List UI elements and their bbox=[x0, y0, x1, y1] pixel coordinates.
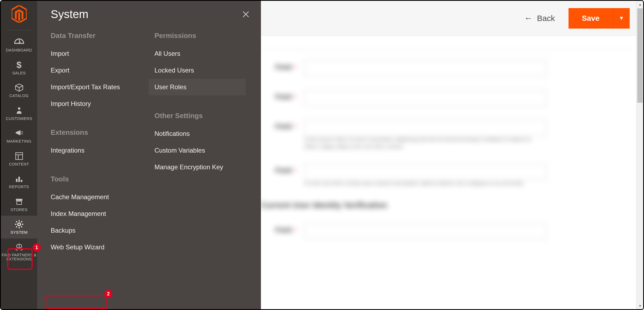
package-icon bbox=[14, 242, 25, 252]
back-button[interactable]: ← Back bbox=[524, 13, 555, 23]
flyout-link-custom-variables[interactable]: Custom Variables bbox=[149, 142, 246, 159]
sidebar-separator bbox=[8, 30, 31, 30]
svg-rect-8 bbox=[17, 201, 22, 204]
sidebar-item-find-partners[interactable]: FIND PARTNERS & EXTENSIONS bbox=[1, 239, 37, 265]
flyout-group-title: Permissions bbox=[154, 32, 258, 40]
sidebar-item-label: STORES bbox=[11, 208, 27, 212]
sidebar-item-customers[interactable]: CUSTOMERS bbox=[1, 102, 37, 125]
svg-rect-6 bbox=[18, 177, 20, 182]
flyout-link-web-setup-wizard[interactable]: Web Setup Wizard bbox=[45, 239, 142, 256]
svg-rect-2 bbox=[16, 153, 23, 160]
megaphone-icon bbox=[14, 128, 25, 138]
arrow-left-icon: ← bbox=[524, 13, 533, 23]
svg-point-9 bbox=[18, 223, 20, 226]
flyout-link-all-users[interactable]: All Users bbox=[149, 45, 246, 62]
flyout-group-extensions: Extensions Integrations bbox=[51, 128, 154, 159]
flyout-link-cache-management[interactable]: Cache Management bbox=[45, 189, 142, 205]
flyout-group-data-transfer: Data Transfer Import Export Import/Expor… bbox=[51, 32, 154, 112]
sidebar-item-label: SALES bbox=[12, 71, 26, 75]
scroll-down-arrow-icon[interactable]: ▾ bbox=[636, 302, 643, 309]
flyout-link-locked-users[interactable]: Locked Users bbox=[149, 62, 246, 79]
flyout-group-tools: Tools Cache Management Index Management … bbox=[51, 175, 154, 256]
sidebar-item-sales[interactable]: $ SALES bbox=[1, 56, 37, 79]
sidebar-item-label: CUSTOMERS bbox=[6, 116, 32, 121]
scrollbar-thumb[interactable] bbox=[637, 8, 643, 103]
sidebar-item-label: FIND PARTNERS & EXTENSIONS bbox=[1, 253, 37, 261]
person-icon bbox=[14, 106, 25, 115]
flyout-link-import-history[interactable]: Import History bbox=[45, 95, 142, 112]
svg-point-0 bbox=[18, 42, 20, 44]
sidebar-item-dashboard[interactable]: DASHBOARD bbox=[1, 33, 37, 56]
svg-line-16 bbox=[16, 226, 17, 227]
flyout-column-left: Data Transfer Import Export Import/Expor… bbox=[51, 32, 154, 256]
storefront-icon bbox=[14, 197, 25, 206]
back-button-label: Back bbox=[537, 14, 555, 23]
flyout-group-title: Other Settings bbox=[154, 112, 258, 120]
bar-chart-icon bbox=[14, 174, 25, 184]
dashboard-gauge-icon bbox=[14, 37, 25, 47]
flyout-link-index-management[interactable]: Index Management bbox=[45, 205, 142, 222]
dollar-icon: $ bbox=[14, 60, 25, 70]
svg-line-15 bbox=[21, 226, 22, 227]
flyout-link-notifications[interactable]: Notifications bbox=[149, 125, 246, 142]
magento-logo-icon bbox=[12, 5, 27, 23]
svg-point-1 bbox=[18, 107, 20, 110]
flyout-group-title: Tools bbox=[51, 175, 154, 183]
flyout-link-import[interactable]: Import bbox=[45, 45, 142, 62]
save-button[interactable]: Save bbox=[569, 8, 613, 29]
sidebar-item-stores[interactable]: STORES bbox=[1, 193, 37, 216]
svg-line-17 bbox=[21, 221, 22, 222]
sidebar-item-label: CONTENT bbox=[9, 162, 29, 167]
layout-icon bbox=[14, 151, 25, 161]
flyout-group-other-settings: Other Settings Notifications Custom Vari… bbox=[154, 112, 258, 175]
flyout-link-backups[interactable]: Backups bbox=[45, 222, 142, 239]
flyout-group-title: Extensions bbox=[51, 128, 154, 137]
flyout-link-import-export-tax-rates[interactable]: Import/Export Tax Rates bbox=[45, 79, 142, 95]
sidebar-item-content[interactable]: CONTENT bbox=[1, 147, 37, 170]
admin-sidebar: DASHBOARD $ SALES CATALOG CUSTOMERS MARK… bbox=[1, 1, 37, 309]
flyout-link-user-roles[interactable]: User Roles bbox=[149, 79, 246, 95]
sidebar-item-label: CATALOG bbox=[9, 94, 29, 98]
sidebar-item-label: SYSTEM bbox=[11, 230, 27, 235]
svg-rect-5 bbox=[16, 179, 18, 182]
save-button-group: Save ▼ bbox=[569, 8, 630, 29]
svg-rect-7 bbox=[21, 180, 22, 182]
sidebar-item-label: MARKETING bbox=[7, 139, 32, 144]
gear-icon bbox=[14, 219, 25, 229]
blurred-form-background: Field Field FieldLorem ipsum dolor sit a… bbox=[261, 39, 632, 309]
sidebar-item-system[interactable]: SYSTEM bbox=[1, 216, 37, 239]
sidebar-item-reports[interactable]: REPORTS bbox=[1, 170, 37, 193]
flyout-title: System bbox=[51, 8, 258, 21]
sidebar-item-catalog[interactable]: CATALOG bbox=[1, 79, 37, 102]
flyout-link-export[interactable]: Export bbox=[45, 62, 142, 79]
system-flyout-panel: System Data Transfer Import Export Impor… bbox=[37, 1, 261, 309]
flyout-group-title: Data Transfer bbox=[51, 32, 154, 40]
sidebar-item-label: REPORTS bbox=[9, 185, 29, 189]
flyout-column-right: Permissions All Users Locked Users User … bbox=[154, 32, 258, 256]
vertical-scrollbar[interactable]: ▴ ▾ bbox=[636, 1, 643, 309]
triangle-down-icon: ▼ bbox=[619, 15, 624, 21]
save-dropdown-toggle[interactable]: ▼ bbox=[613, 8, 630, 29]
sidebar-item-label: DASHBOARD bbox=[6, 48, 32, 53]
svg-line-14 bbox=[16, 221, 17, 222]
cube-icon bbox=[14, 83, 25, 92]
scroll-up-arrow-icon[interactable]: ▴ bbox=[636, 1, 643, 8]
close-icon[interactable] bbox=[240, 9, 251, 20]
flyout-group-permissions: Permissions All Users Locked Users User … bbox=[154, 32, 258, 95]
sidebar-item-marketing[interactable]: MARKETING bbox=[1, 125, 37, 147]
flyout-link-manage-encryption-key[interactable]: Manage Encryption Key bbox=[149, 159, 246, 175]
magento-logo[interactable] bbox=[1, 1, 37, 30]
flyout-link-integrations[interactable]: Integrations bbox=[45, 142, 142, 159]
